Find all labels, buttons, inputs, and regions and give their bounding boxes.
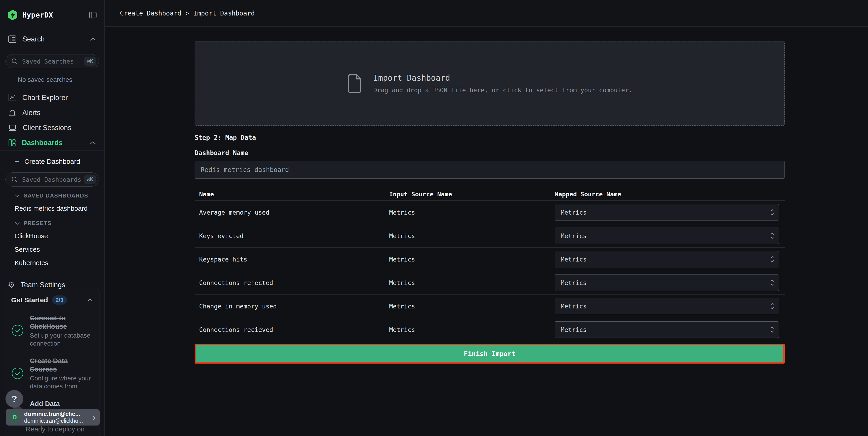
sidebar-item-label: Alerts — [22, 109, 40, 117]
saved-dashboards-group-header[interactable]: SAVED DASHBOARDS — [14, 193, 104, 199]
sidebar-nav: Chart Explorer Alerts Client Sessions — [0, 90, 104, 150]
row-input-source: Metrics — [384, 279, 550, 286]
mapped-source-select[interactable]: Metrics — [555, 204, 779, 221]
dropzone-title: Import Dashboard — [373, 74, 632, 83]
help-button[interactable]: ? — [5, 390, 23, 408]
row-input-source: Metrics — [384, 326, 550, 333]
row-input-source: Metrics — [384, 303, 550, 310]
sidebar-item-label: Chart Explorer — [22, 94, 68, 102]
breadcrumb-create-dashboard[interactable]: Create Dashboard — [120, 9, 181, 17]
finish-import-label: Finish Import — [464, 350, 516, 358]
sidebar-item-team-settings[interactable]: ⚙ Team Settings — [0, 281, 104, 289]
logo-row: HyperDX — [0, 0, 104, 30]
question-mark-icon: ? — [11, 394, 17, 404]
sidebar-item-redis-metrics-dashboard[interactable]: Redis metrics dashboard — [14, 205, 104, 212]
select-chevrons-icon — [770, 209, 774, 216]
sidebar-item-services-preset[interactable]: Services — [14, 246, 104, 253]
sidebar-collapse-icon[interactable] — [89, 11, 97, 19]
select-chevrons-icon — [770, 279, 774, 286]
sidebar-item-dashboards[interactable]: Dashboards — [0, 135, 104, 150]
mapped-source-select[interactable]: Metrics — [555, 298, 779, 314]
chevron-up-icon[interactable] — [89, 141, 96, 145]
select-value: Metrics — [561, 303, 587, 310]
chevron-up-icon[interactable] — [87, 298, 93, 302]
row-name: Change in memory used — [194, 303, 384, 310]
row-input-source: Metrics — [384, 209, 550, 216]
avatar: D — [9, 411, 21, 423]
user-name: dominic.tran@clic... — [24, 410, 91, 417]
gear-icon: ⚙ — [8, 281, 15, 289]
breadcrumb-import-dashboard: Import Dashboard — [193, 9, 255, 17]
shortcut-badge: ⌘K — [84, 57, 96, 66]
clickhouse-cloud-upsell-text: Ready to deploy on ClickHouse Cloud? — [26, 424, 99, 436]
chevron-up-icon[interactable] — [89, 37, 96, 41]
sidebar-item-clickhouse-preset[interactable]: ClickHouse — [14, 232, 104, 240]
saved-dashboards-input-wrap[interactable]: ⌘K — [5, 172, 99, 186]
chart-line-icon — [8, 94, 17, 101]
row-name: Keys evicted — [194, 232, 384, 239]
table-row: Keys evicted Metrics Metrics — [194, 224, 785, 248]
get-started-item-connect[interactable]: Connect to ClickHouse Set up your databa… — [11, 314, 93, 347]
row-input-source: Metrics — [384, 256, 550, 263]
select-chevrons-icon — [770, 302, 774, 310]
saved-searches-input-wrap[interactable]: ⌘K — [5, 54, 99, 68]
saved-dashboards-input[interactable] — [22, 176, 84, 183]
sidebar-item-kubernetes-preset[interactable]: Kubernetes — [14, 259, 104, 267]
select-value: Metrics — [561, 256, 587, 263]
presets-group-header[interactable]: PRESETS — [14, 220, 104, 226]
table-row: Average memory used Metrics Metrics — [194, 201, 785, 224]
get-started-item-title: Connect to ClickHouse — [30, 314, 93, 330]
import-dropzone[interactable]: Import Dashboard Drag and drop a JSON fi… — [194, 41, 785, 126]
sidebar-item-alerts[interactable]: Alerts — [0, 105, 104, 120]
check-circle-icon — [11, 324, 24, 337]
sidebar-item-label: Dashboards — [22, 139, 63, 147]
dropzone-subtitle: Drag and drop a JSON file here, or click… — [373, 87, 632, 94]
row-name: Average memory used — [194, 209, 384, 216]
table-row: Connections rejected Metrics Metrics — [194, 271, 785, 294]
search-panel-icon — [8, 35, 17, 43]
create-dashboard-button[interactable]: + Create Dashboard — [0, 151, 104, 172]
finish-import-button[interactable]: Finish Import — [194, 344, 785, 364]
row-input-source: Metrics — [384, 232, 550, 239]
user-account-chip[interactable]: D dominic.tran@clic... dominic.tran@clic… — [6, 409, 100, 426]
main-content: Import Dashboard Drag and drop a JSON fi… — [194, 27, 785, 364]
table-header-row: Name Input Source Name Mapped Source Nam… — [194, 188, 785, 201]
select-value: Metrics — [561, 209, 587, 216]
saved-searches-input[interactable] — [22, 58, 84, 65]
mapped-source-select[interactable]: Metrics — [555, 228, 779, 244]
dashboards-grid-icon — [8, 139, 16, 147]
row-name: Connections rejected — [194, 279, 384, 286]
sidebar-item-search[interactable]: Search — [0, 30, 104, 48]
group-label-text: SAVED DASHBOARDS — [24, 193, 88, 199]
get-started-item-data-sources[interactable]: Create Data Sources Configure where your… — [11, 356, 93, 390]
get-started-item-subtitle: Set up your database connection — [30, 331, 93, 347]
select-value: Metrics — [561, 279, 587, 286]
chevron-down-icon — [14, 194, 20, 198]
create-dashboard-label: Create Dashboard — [24, 157, 80, 165]
select-chevrons-icon — [770, 256, 774, 263]
chevron-right-icon: › — [93, 413, 96, 422]
sidebar-item-chart-explorer[interactable]: Chart Explorer — [0, 90, 104, 105]
select-chevrons-icon — [770, 326, 774, 333]
get-started-header[interactable]: Get Started 2/3 — [11, 295, 93, 304]
breadcrumb: Create Dashboard>Import Dashboard — [120, 9, 255, 17]
hyperdx-logo-icon — [8, 9, 18, 21]
mapping-table: Name Input Source Name Mapped Source Nam… — [194, 188, 785, 341]
row-name: Connections recieved — [194, 326, 384, 333]
file-icon — [347, 74, 363, 93]
step-label: Step 2: Map Data — [194, 134, 785, 142]
select-value: Metrics — [561, 232, 587, 239]
get-started-item-title: Create Data Sources — [30, 356, 93, 373]
mapped-source-select[interactable]: Metrics — [555, 274, 779, 291]
mapped-source-select[interactable]: Metrics — [555, 321, 779, 338]
breadcrumb-separator: > — [185, 9, 189, 17]
team-settings-label: Team Settings — [21, 281, 65, 289]
user-email: dominic.tran@clickho... — [24, 417, 91, 424]
dashboard-name-input[interactable] — [194, 161, 785, 179]
get-started-progress-badge: 2/3 — [52, 295, 67, 304]
sidebar-item-client-sessions[interactable]: Client Sessions — [0, 120, 104, 135]
sidebar-item-label: Search — [22, 35, 44, 43]
mapped-source-select[interactable]: Metrics — [555, 251, 779, 267]
brand-name: HyperDX — [22, 11, 53, 19]
column-header-input-source: Input Source Name — [384, 191, 550, 198]
